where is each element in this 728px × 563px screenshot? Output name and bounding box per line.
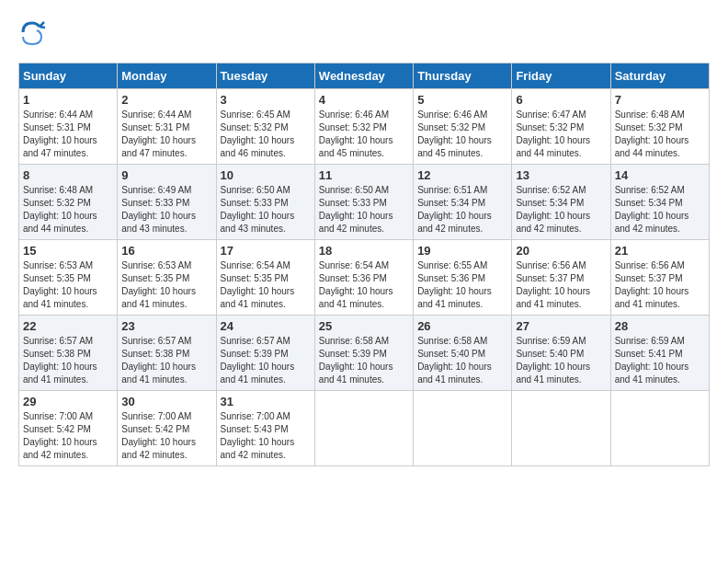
day-number: 5 — [417, 93, 507, 107]
calendar-cell: 25 Sunrise: 6:58 AM Sunset: 5:39 PM Dayl… — [314, 316, 413, 391]
day-number: 12 — [417, 168, 507, 182]
day-info: Sunrise: 6:48 AM Sunset: 5:32 PM Dayligh… — [23, 184, 113, 236]
day-info: Sunrise: 6:44 AM Sunset: 5:31 PM Dayligh… — [23, 109, 113, 160]
day-info: Sunrise: 6:50 AM Sunset: 5:33 PM Dayligh… — [319, 184, 409, 236]
day-number: 2 — [121, 93, 211, 107]
calendar-cell: 23 Sunrise: 6:57 AM Sunset: 5:38 PM Dayl… — [118, 316, 216, 391]
day-number: 25 — [319, 319, 409, 333]
day-info: Sunrise: 6:44 AM Sunset: 5:31 PM Dayligh… — [121, 109, 211, 160]
day-number: 9 — [121, 168, 211, 182]
calendar-cell — [314, 391, 413, 466]
day-number: 10 — [221, 168, 311, 182]
day-info: Sunrise: 6:58 AM Sunset: 5:40 PM Dayligh… — [417, 335, 507, 386]
calendar-cell: 21 Sunrise: 6:56 AM Sunset: 5:37 PM Dayl… — [610, 240, 709, 316]
weekday-header-tuesday: Tuesday — [216, 63, 314, 89]
day-number: 26 — [417, 319, 507, 333]
day-info: Sunrise: 6:52 AM Sunset: 5:34 PM Dayligh… — [516, 184, 606, 236]
day-info: Sunrise: 6:48 AM Sunset: 5:32 PM Dayligh… — [615, 109, 705, 160]
calendar-cell: 30 Sunrise: 7:00 AM Sunset: 5:42 PM Dayl… — [118, 391, 216, 466]
calendar-cell: 22 Sunrise: 6:57 AM Sunset: 5:38 PM Dayl… — [19, 316, 118, 391]
day-info: Sunrise: 7:00 AM Sunset: 5:42 PM Dayligh… — [121, 410, 211, 462]
day-info: Sunrise: 6:46 AM Sunset: 5:32 PM Dayligh… — [417, 109, 507, 160]
calendar-week-2: 8 Sunrise: 6:48 AM Sunset: 5:32 PM Dayli… — [19, 165, 710, 240]
day-info: Sunrise: 6:52 AM Sunset: 5:34 PM Dayligh… — [615, 184, 705, 236]
day-info: Sunrise: 6:58 AM Sunset: 5:39 PM Dayligh… — [319, 335, 409, 386]
calendar-cell: 6 Sunrise: 6:47 AM Sunset: 5:32 PM Dayli… — [512, 89, 610, 165]
calendar-cell — [512, 391, 610, 466]
calendar-cell: 10 Sunrise: 6:50 AM Sunset: 5:33 PM Dayl… — [216, 165, 314, 240]
weekday-header-thursday: Thursday — [414, 63, 512, 89]
day-number: 6 — [516, 93, 606, 107]
calendar-cell: 15 Sunrise: 6:53 AM Sunset: 5:35 PM Dayl… — [19, 240, 118, 316]
day-info: Sunrise: 6:53 AM Sunset: 5:35 PM Dayligh… — [23, 259, 113, 311]
day-number: 14 — [615, 168, 705, 182]
day-number: 23 — [121, 319, 211, 333]
day-info: Sunrise: 6:49 AM Sunset: 5:33 PM Dayligh… — [121, 184, 211, 236]
day-info: Sunrise: 6:54 AM Sunset: 5:35 PM Dayligh… — [221, 259, 311, 311]
day-info: Sunrise: 6:57 AM Sunset: 5:38 PM Dayligh… — [23, 335, 113, 386]
day-number: 29 — [23, 395, 113, 408]
weekday-header-monday: Monday — [118, 63, 216, 89]
day-number: 18 — [319, 244, 409, 258]
day-number: 20 — [516, 244, 606, 258]
day-number: 28 — [615, 319, 705, 333]
day-number: 31 — [221, 395, 311, 408]
calendar: SundayMondayTuesdayWednesdayThursdayFrid… — [18, 63, 710, 466]
day-info: Sunrise: 6:53 AM Sunset: 5:35 PM Dayligh… — [121, 259, 211, 311]
day-info: Sunrise: 6:51 AM Sunset: 5:34 PM Dayligh… — [417, 184, 507, 236]
calendar-cell: 27 Sunrise: 6:59 AM Sunset: 5:40 PM Dayl… — [512, 316, 610, 391]
weekday-header-wednesday: Wednesday — [314, 63, 413, 89]
day-number: 17 — [221, 244, 311, 258]
day-number: 19 — [417, 244, 507, 258]
calendar-cell: 11 Sunrise: 6:50 AM Sunset: 5:33 PM Dayl… — [314, 165, 413, 240]
weekday-header-friday: Friday — [512, 63, 610, 89]
day-number: 4 — [319, 93, 409, 107]
day-info: Sunrise: 6:57 AM Sunset: 5:39 PM Dayligh… — [221, 335, 311, 386]
calendar-cell: 17 Sunrise: 6:54 AM Sunset: 5:35 PM Dayl… — [216, 240, 314, 316]
calendar-cell: 28 Sunrise: 6:59 AM Sunset: 5:41 PM Dayl… — [610, 316, 709, 391]
logo — [18, 18, 50, 46]
day-number: 11 — [319, 168, 409, 182]
logo-icon — [18, 18, 46, 46]
day-number: 24 — [221, 319, 311, 333]
day-info: Sunrise: 6:56 AM Sunset: 5:37 PM Dayligh… — [615, 259, 705, 311]
calendar-cell: 7 Sunrise: 6:48 AM Sunset: 5:32 PM Dayli… — [610, 89, 709, 165]
calendar-cell: 20 Sunrise: 6:56 AM Sunset: 5:37 PM Dayl… — [512, 240, 610, 316]
day-info: Sunrise: 6:45 AM Sunset: 5:32 PM Dayligh… — [221, 109, 311, 160]
calendar-cell: 18 Sunrise: 6:54 AM Sunset: 5:36 PM Dayl… — [314, 240, 413, 316]
day-number: 1 — [23, 93, 113, 107]
calendar-cell: 4 Sunrise: 6:46 AM Sunset: 5:32 PM Dayli… — [314, 89, 413, 165]
calendar-cell — [414, 391, 512, 466]
day-info: Sunrise: 6:59 AM Sunset: 5:41 PM Dayligh… — [615, 335, 705, 386]
weekday-header-sunday: Sunday — [19, 63, 118, 89]
day-info: Sunrise: 6:59 AM Sunset: 5:40 PM Dayligh… — [516, 335, 606, 386]
calendar-cell: 29 Sunrise: 7:00 AM Sunset: 5:42 PM Dayl… — [19, 391, 118, 466]
day-info: Sunrise: 6:55 AM Sunset: 5:36 PM Dayligh… — [417, 259, 507, 311]
calendar-cell: 13 Sunrise: 6:52 AM Sunset: 5:34 PM Dayl… — [512, 165, 610, 240]
calendar-week-5: 29 Sunrise: 7:00 AM Sunset: 5:42 PM Dayl… — [19, 391, 710, 466]
calendar-cell: 26 Sunrise: 6:58 AM Sunset: 5:40 PM Dayl… — [414, 316, 512, 391]
calendar-cell: 19 Sunrise: 6:55 AM Sunset: 5:36 PM Dayl… — [414, 240, 512, 316]
calendar-cell: 1 Sunrise: 6:44 AM Sunset: 5:31 PM Dayli… — [19, 89, 118, 165]
day-info: Sunrise: 7:00 AM Sunset: 5:42 PM Dayligh… — [23, 410, 113, 462]
day-number: 8 — [23, 168, 113, 182]
day-number: 16 — [121, 244, 211, 258]
calendar-cell — [610, 391, 709, 466]
day-info: Sunrise: 6:46 AM Sunset: 5:32 PM Dayligh… — [319, 109, 409, 160]
calendar-week-1: 1 Sunrise: 6:44 AM Sunset: 5:31 PM Dayli… — [19, 89, 710, 165]
day-number: 7 — [615, 93, 705, 107]
calendar-cell: 2 Sunrise: 6:44 AM Sunset: 5:31 PM Dayli… — [118, 89, 216, 165]
day-info: Sunrise: 6:54 AM Sunset: 5:36 PM Dayligh… — [319, 259, 409, 311]
day-info: Sunrise: 6:47 AM Sunset: 5:32 PM Dayligh… — [516, 109, 606, 160]
calendar-cell: 5 Sunrise: 6:46 AM Sunset: 5:32 PM Dayli… — [414, 89, 512, 165]
day-info: Sunrise: 6:56 AM Sunset: 5:37 PM Dayligh… — [516, 259, 606, 311]
weekday-header-saturday: Saturday — [610, 63, 709, 89]
day-number: 30 — [121, 395, 211, 408]
day-number: 15 — [23, 244, 113, 258]
calendar-week-4: 22 Sunrise: 6:57 AM Sunset: 5:38 PM Dayl… — [19, 316, 710, 391]
calendar-cell: 14 Sunrise: 6:52 AM Sunset: 5:34 PM Dayl… — [610, 165, 709, 240]
calendar-cell: 12 Sunrise: 6:51 AM Sunset: 5:34 PM Dayl… — [414, 165, 512, 240]
day-number: 3 — [221, 93, 311, 107]
calendar-week-3: 15 Sunrise: 6:53 AM Sunset: 5:35 PM Dayl… — [19, 240, 710, 316]
day-info: Sunrise: 6:50 AM Sunset: 5:33 PM Dayligh… — [221, 184, 311, 236]
